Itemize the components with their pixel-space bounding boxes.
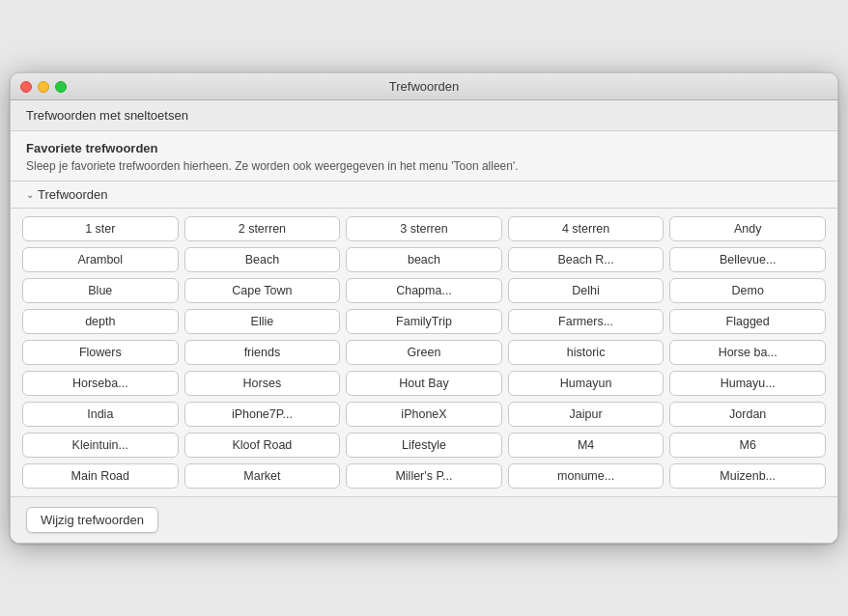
zoom-button[interactable] — [55, 81, 67, 93]
tag-button[interactable]: iPhoneX — [346, 402, 502, 427]
tag-button[interactable]: depth — [22, 309, 179, 334]
tag-button[interactable]: monume... — [508, 463, 664, 489]
close-button[interactable] — [20, 81, 32, 93]
tag-button[interactable]: Kleintuin... — [22, 433, 179, 458]
chevron-down-icon: ⌄ — [26, 189, 34, 200]
tag-button[interactable]: Bellevue... — [669, 247, 826, 272]
tag-button[interactable]: Horse ba... — [669, 340, 826, 365]
tag-button[interactable]: 3 sterren — [346, 216, 502, 241]
tag-button[interactable]: iPhone7P... — [184, 402, 341, 427]
footer: Wijzig trefwoorden — [11, 496, 837, 543]
tag-button[interactable]: Beach R... — [508, 247, 664, 272]
tag-button[interactable]: Delhi — [508, 278, 664, 303]
traffic-lights — [20, 81, 67, 93]
tag-button[interactable]: Blue — [22, 278, 179, 303]
tag-button[interactable]: 1 ster — [22, 216, 179, 241]
tag-button[interactable]: Hout Bay — [346, 371, 502, 396]
title-bar: Trefwoorden — [11, 73, 837, 100]
favorites-title: Favoriete trefwoorden — [26, 141, 822, 155]
favorites-section: Favoriete trefwoorden Sleep je favoriete… — [11, 131, 837, 182]
tag-button[interactable]: Humayu... — [669, 371, 826, 396]
tag-button[interactable]: Cape Town — [184, 278, 341, 303]
edit-keywords-button[interactable]: Wijzig trefwoorden — [26, 507, 158, 533]
tag-button[interactable]: Flowers — [22, 340, 179, 365]
tag-button[interactable]: Muizenb... — [669, 463, 826, 489]
tag-button[interactable]: Miller's P... — [346, 463, 502, 489]
tag-button[interactable]: Demo — [669, 278, 826, 303]
tag-button[interactable]: M6 — [669, 433, 826, 458]
tag-button[interactable]: Ellie — [184, 309, 341, 334]
tag-button[interactable]: Main Road — [22, 463, 179, 489]
section-header: Trefwoorden met sneltoetsen — [11, 100, 837, 131]
tag-button[interactable]: historic — [508, 340, 664, 365]
window-title: Trefwoorden — [389, 79, 460, 94]
tag-button[interactable]: Market — [184, 463, 341, 489]
tag-button[interactable]: Beach — [184, 247, 341, 272]
tags-grid: 1 ster2 sterren3 sterren4 sterrenAndyAra… — [11, 209, 837, 496]
tag-button[interactable]: 2 sterren — [184, 216, 341, 241]
main-window: Trefwoorden Trefwoorden met sneltoetsen … — [10, 72, 838, 544]
tag-button[interactable]: Lifestyle — [346, 433, 502, 458]
favorites-subtitle: Sleep je favoriete trefwoorden hierheen.… — [26, 158, 822, 175]
tag-button[interactable]: 4 sterren — [508, 216, 664, 241]
tag-button[interactable]: Andy — [669, 216, 826, 241]
tag-button[interactable]: FamilyTrip — [346, 309, 502, 334]
tag-button[interactable]: Arambol — [22, 247, 179, 272]
tag-button[interactable]: beach — [346, 247, 502, 272]
window-content: Trefwoorden met sneltoetsen Favoriete tr… — [11, 100, 837, 543]
tag-button[interactable]: Jaipur — [508, 402, 664, 427]
minimize-button[interactable] — [38, 81, 49, 93]
tag-button[interactable]: Farmers... — [508, 309, 664, 334]
tag-button[interactable]: Chapma... — [346, 278, 502, 303]
tag-button[interactable]: Flagged — [669, 309, 826, 334]
tag-button[interactable]: Green — [346, 340, 502, 365]
tag-button[interactable]: India — [22, 402, 179, 427]
tag-button[interactable]: Jordan — [669, 402, 826, 427]
tag-button[interactable]: Kloof Road — [184, 433, 341, 458]
keywords-section-label: Trefwoorden — [38, 187, 108, 202]
tag-button[interactable]: Humayun — [508, 371, 664, 396]
tag-button[interactable]: Horseba... — [22, 371, 179, 396]
tag-button[interactable]: Horses — [184, 371, 341, 396]
keywords-section[interactable]: ⌄ Trefwoorden — [11, 182, 837, 209]
tag-button[interactable]: friends — [184, 340, 341, 365]
tag-button[interactable]: M4 — [508, 433, 664, 458]
keywords-header[interactable]: ⌄ Trefwoorden — [26, 187, 822, 202]
